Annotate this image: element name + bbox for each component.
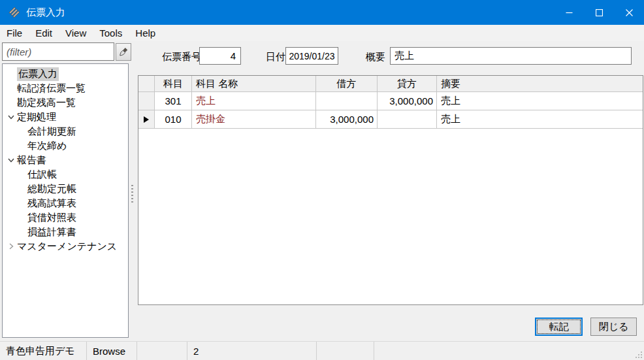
cell-account-name[interactable]: 売掛金 bbox=[192, 110, 316, 128]
date-label: 日付 bbox=[266, 51, 285, 63]
grid-row-1[interactable]: 301 売上 3,000,000 売上 bbox=[138, 92, 643, 110]
navigation-tree: 伝票入力 転記済伝票一覧 勘定残高一覧 定期処理 会計期更新 年次締め 報告書 … bbox=[2, 63, 129, 338]
close-button[interactable] bbox=[614, 0, 644, 25]
current-row-marker-icon bbox=[144, 116, 149, 123]
sidebar-item-year-end-close[interactable]: 年次締め bbox=[3, 139, 128, 153]
grid-header-row: 科目 科目 名称 借方 貸方 摘要 bbox=[138, 76, 643, 92]
sidebar-item-posted-vouchers[interactable]: 転記済伝票一覧 bbox=[3, 81, 128, 95]
sidebar-item-journal[interactable]: 仕訳帳 bbox=[3, 167, 128, 182]
statusbar: 青色申告用デモ Browse 2 bbox=[0, 341, 644, 360]
cell-credit[interactable]: 3,000,000 bbox=[378, 92, 437, 110]
cell-memo[interactable]: 売上 bbox=[437, 92, 643, 110]
cell-account-code[interactable]: 010 bbox=[155, 110, 192, 128]
cell-debit[interactable]: 3,000,000 bbox=[316, 110, 378, 128]
chevron-right-icon bbox=[6, 243, 16, 250]
status-record-count: 2 bbox=[187, 342, 317, 360]
resize-grip-icon[interactable] bbox=[635, 351, 643, 359]
cell-memo[interactable]: 売上 bbox=[437, 110, 643, 128]
status-cell-6 bbox=[374, 342, 644, 360]
col-header-debit[interactable]: 借方 bbox=[316, 76, 378, 91]
menu-tools[interactable]: Tools bbox=[93, 26, 129, 40]
cell-account-name[interactable]: 売上 bbox=[192, 92, 316, 110]
col-header-credit[interactable]: 貸方 bbox=[378, 76, 437, 91]
row-selector[interactable] bbox=[138, 92, 155, 110]
sidebar-item-voucher-entry[interactable]: 伝票入力 bbox=[3, 67, 128, 81]
row-selector-current[interactable] bbox=[138, 110, 155, 128]
app-window: 伝票入力 File Edit View Tools Help bbox=[0, 0, 644, 360]
close-icon bbox=[626, 9, 633, 16]
menu-edit[interactable]: Edit bbox=[29, 26, 59, 40]
entry-grid: 科目 科目 名称 借方 貸方 摘要 301 売上 3,000,000 売上 01… bbox=[138, 75, 643, 305]
status-mode: Browse bbox=[87, 342, 137, 360]
status-company: 青色申告用デモ bbox=[0, 342, 87, 360]
post-button[interactable]: 転記 bbox=[535, 318, 583, 336]
col-header-account-code[interactable]: 科目 bbox=[155, 76, 192, 91]
date-input[interactable] bbox=[285, 47, 338, 65]
sidebar-item-general-ledger[interactable]: 総勘定元帳 bbox=[3, 182, 128, 196]
menu-help[interactable]: Help bbox=[129, 26, 162, 40]
summary-label: 概要 bbox=[366, 51, 385, 63]
col-header-account-name[interactable]: 科目 名称 bbox=[192, 76, 316, 91]
pane-splitter[interactable] bbox=[131, 185, 133, 205]
sidebar-item-periodic-processing[interactable]: 定期処理 bbox=[3, 110, 128, 124]
sidebar-item-master-maintenance[interactable]: マスターメンテナンス bbox=[3, 239, 128, 254]
close-dialog-button[interactable]: 閉じる bbox=[590, 318, 637, 336]
cell-debit[interactable] bbox=[316, 92, 378, 110]
sidebar-item-income-statement[interactable]: 損益計算書 bbox=[3, 225, 128, 239]
sidebar-item-fiscal-period-update[interactable]: 会計期更新 bbox=[3, 124, 128, 139]
grid-header-gutter bbox=[138, 76, 155, 91]
menu-file[interactable]: File bbox=[0, 26, 29, 40]
menu-view[interactable]: View bbox=[59, 26, 93, 40]
voucher-no-input[interactable] bbox=[199, 47, 241, 65]
sidebar-item-reports[interactable]: 報告書 bbox=[3, 153, 128, 167]
menubar: File Edit View Tools Help bbox=[0, 25, 644, 41]
cell-account-code[interactable]: 301 bbox=[155, 92, 192, 110]
window-controls bbox=[554, 0, 644, 25]
chevron-down-icon bbox=[6, 114, 16, 120]
sidebar-item-trial-balance[interactable]: 残高試算表 bbox=[3, 196, 128, 210]
titlebar: 伝票入力 bbox=[0, 0, 644, 25]
summary-input[interactable] bbox=[390, 47, 632, 65]
clear-filter-button[interactable] bbox=[116, 43, 131, 61]
app-icon bbox=[8, 7, 20, 18]
sidebar-item-balance-sheet[interactable]: 貸借対照表 bbox=[3, 210, 128, 225]
col-header-memo[interactable]: 摘要 bbox=[437, 76, 643, 91]
maximize-button[interactable] bbox=[584, 0, 614, 25]
status-cell-3 bbox=[137, 342, 187, 360]
maximize-icon bbox=[596, 9, 603, 16]
sidebar-item-account-balances[interactable]: 勘定残高一覧 bbox=[3, 95, 128, 110]
grid-row-2-current[interactable]: 010 売掛金 3,000,000 売上 bbox=[138, 110, 643, 129]
minimize-icon bbox=[566, 9, 573, 16]
window-title: 伝票入力 bbox=[26, 7, 65, 19]
status-cell-5 bbox=[317, 342, 374, 360]
chevron-down-icon bbox=[6, 157, 16, 163]
broom-icon bbox=[118, 47, 129, 57]
cell-credit[interactable] bbox=[378, 110, 437, 128]
minimize-button[interactable] bbox=[554, 0, 584, 25]
voucher-no-label: 伝票番号 bbox=[162, 51, 201, 63]
filter-input[interactable] bbox=[2, 42, 114, 61]
